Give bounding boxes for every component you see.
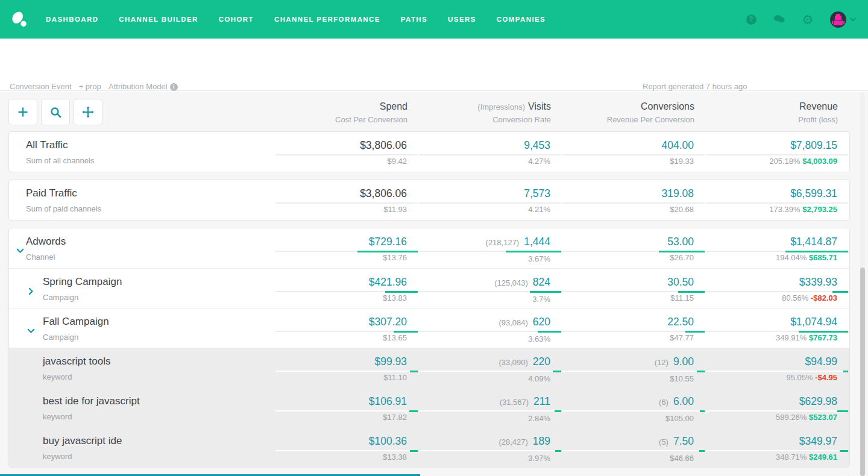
percent-value: 173.39% [769,205,802,214]
spend-value[interactable]: $106.91 [369,395,407,407]
share-bar [409,410,418,412]
value-underline-track [275,371,418,372]
profit-value: $249.61 [809,453,837,462]
spend-value[interactable]: $307.20 [369,316,407,328]
share-bar [530,291,561,293]
nav-item-channel-builder[interactable]: CHANNEL BUILDER [119,16,198,23]
share-bar [538,331,561,333]
gear-icon[interactable]: ⚙ [802,13,814,25]
conversions-value[interactable]: 319.08 [661,187,694,199]
table-row-buy-javascript-ide[interactable]: buy javascript idekeyword$100.36$13.38(2… [9,427,849,467]
chevron-right-icon[interactable] [27,286,35,296]
visits-value[interactable]: 9,453 [524,139,550,151]
spend-value[interactable]: $99.93 [374,355,407,368]
spend-value[interactable]: $100.36 [369,435,407,447]
account-menu[interactable] [830,11,856,28]
cell-visits: (33,090)2204.09% [419,348,562,387]
cell-spend: $3,806.06$11.93 [275,180,419,220]
cell-visits: 7,5734.21% [419,180,562,220]
cell-spend: $3,806.06$9.42 [275,132,419,172]
visits-value[interactable]: 189 [533,435,550,447]
cell-revenue: $339.9380.56% -$82.03 [706,269,849,308]
percent-value: 194.04% [776,253,809,262]
profit-value: -$4.95 [815,373,837,382]
conversions-value[interactable]: 9.00 [673,355,694,368]
revenue-value[interactable]: $339.93 [799,276,837,288]
visits-value[interactable]: 220 [533,355,550,368]
revenue-value[interactable]: $94.99 [805,355,837,368]
revenue-value[interactable]: $1,074.94 [790,316,837,328]
revenue-value[interactable]: $1,414.87 [790,236,837,248]
conversions-value[interactable]: 53.00 [667,236,694,248]
spend-value[interactable]: $729.16 [369,236,407,248]
column-primary-label: (Impressions)Visits [420,101,551,112]
conversions-value[interactable]: 30.50 [667,276,694,288]
spend-value[interactable]: $421.96 [369,276,407,288]
table-row-adwords[interactable]: AdwordsChannel$729.16$13.76(218,127)1,44… [9,228,849,268]
chevron-down-icon[interactable] [16,245,24,256]
table-row-all-traffic[interactable]: All TrafficSum of all channels$3,806.06$… [9,132,849,172]
cell-conversions: 53.00$26.70 [562,228,706,268]
conversions-value[interactable]: 404.00 [661,139,694,151]
spend-value: $3,806.06 [360,187,407,199]
cards: All TrafficSum of all channels$3,806.06$… [8,131,850,476]
conversions-value[interactable]: 7.50 [673,435,694,447]
help-icon[interactable]: ? [745,13,757,25]
chat-icon[interactable] [773,13,785,25]
conversions-value[interactable]: 22.50 [667,316,694,328]
table-row-javascript-tools[interactable]: javascript toolskeyword$99.93$11.10(33,0… [9,348,849,387]
visits-value[interactable]: 620 [533,316,550,328]
conversions-subvalue: $20.68 [562,205,706,214]
cell-conversions: (5)7.50$46.66 [562,428,706,467]
revenue-value[interactable]: $349.97 [799,435,837,447]
column-header-revenue[interactable]: RevenueProfit (loss) [706,97,850,124]
column-header-visits[interactable]: (Impressions)VisitsConversion Rate [420,97,563,124]
row-card: Paid TrafficSum of paid channels$3,806.0… [8,180,850,221]
column-header-spend[interactable]: SpendCost Per Conversion [276,97,420,124]
nav-item-users[interactable]: USERS [448,16,476,23]
nav-item-dashboard[interactable]: DASHBOARD [46,16,98,23]
row-name-cell: best ide for javascriptkeyword [9,388,275,427]
app-logo-icon[interactable] [10,10,29,29]
profit-value: -$82.03 [811,293,837,302]
value-underline-track [419,202,561,204]
search-button[interactable] [41,99,70,125]
nav-item-channel-performance[interactable]: CHANNEL PERFORMANCE [274,16,380,23]
column-header-conversions[interactable]: ConversionsRevenue Per Conversion [563,97,706,124]
share-bar [385,291,418,293]
plus-icon [17,107,28,117]
visits-value[interactable]: 824 [533,276,550,288]
spend-subvalue: $13.65 [275,333,419,342]
revenue-value[interactable]: $6,599.31 [790,187,837,199]
row-name-cell: AdwordsChannel [9,228,275,268]
conversions-value[interactable]: 6.00 [673,395,694,407]
share-bar [659,251,705,252]
revenue-value[interactable]: $629.98 [799,395,837,407]
profit-value: $685.71 [809,253,837,262]
table-row-fall-campaign[interactable]: Fall CampaignCampaign$307.20$13.65(93,08… [9,308,849,348]
chevron-down-icon[interactable] [27,325,35,336]
nav-item-paths[interactable]: PATHS [401,16,427,23]
table-row-paid-traffic[interactable]: Paid TrafficSum of paid channels$3,806.0… [9,180,849,220]
cell-revenue: $7,809.15205.18% $4,003.09 [706,132,849,172]
add-prop-link[interactable]: + prop [79,82,101,91]
column-secondary-label: Conversion Rate [420,115,551,124]
row-subtitle: Channel [26,252,275,261]
conversions-subvalue: $19.33 [562,157,706,166]
move-button[interactable] [74,99,102,125]
nav-item-companies[interactable]: COMPANIES [497,16,546,23]
nav-item-cohort[interactable]: COHORT [219,16,254,23]
share-bar [506,251,561,252]
info-icon[interactable]: i [170,83,178,91]
visits-value[interactable]: 211 [533,395,550,407]
revenue-subvalue: 95.05% -$4.95 [706,373,849,382]
revenue-value[interactable]: $7,809.15 [790,139,837,151]
vertical-scrollbar-thumb[interactable] [860,268,865,476]
add-channel-button[interactable] [8,99,37,125]
table-row-best-ide-for-javascript[interactable]: best ide for javascriptkeyword$106.91$17… [9,387,849,427]
cell-visits: (125,043)8243.7% [419,269,562,308]
visits-value[interactable]: 1,444 [524,236,550,248]
table-row-spring-campaign[interactable]: Spring CampaignCampaign$421.96$13.83(125… [9,268,849,308]
table-toolbar [8,97,276,125]
visits-value[interactable]: 7,573 [524,187,550,199]
